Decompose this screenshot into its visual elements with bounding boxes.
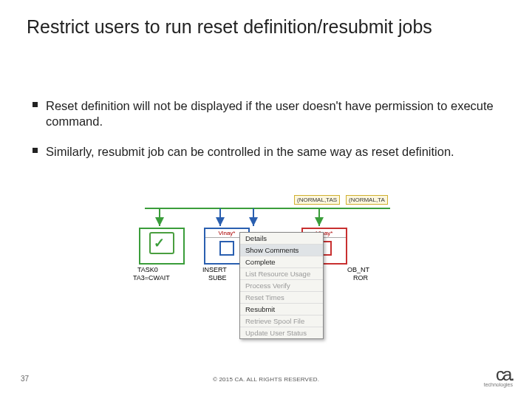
ca-logo: ca. technologies: [484, 364, 513, 387]
menu-item-details[interactable]: Details: [240, 233, 323, 245]
task-0-status: TA3=CWAIT: [133, 274, 170, 282]
task-node-0[interactable]: ✓: [139, 228, 185, 265]
menu-item-update-user-status: Update User Status: [240, 327, 323, 338]
bullet-1: Reset definition will not be displayed i…: [46, 98, 502, 129]
bullet-marker: [33, 102, 38, 107]
task-1-name: INSERT: [202, 266, 227, 273]
checkmark-icon: ✓: [149, 232, 174, 254]
bullet-2-text: Similarly, resubmit job can be controlle…: [46, 145, 454, 158]
bullet-2: Similarly, resubmit job can be controlle…: [46, 144, 502, 160]
copyright-text: © 2015 CA. ALL RIGHTS RESERVED.: [0, 376, 532, 383]
task-2-name: OB_NT: [347, 266, 369, 273]
menu-item-show-comments[interactable]: Show Comments: [240, 245, 323, 256]
context-menu: Details Show Comments Complete List Reso…: [239, 232, 324, 339]
bullet-1-text: Reset definition will not be displayed i…: [46, 99, 494, 128]
menu-item-list-resource-usage: List Resource Usage: [240, 268, 323, 280]
menu-item-complete[interactable]: Complete: [240, 256, 323, 268]
task-1-status: SUBE: [208, 274, 227, 282]
slide-title: Restrict users to run reset definition/r…: [27, 16, 432, 38]
status-tag-2: (NORMAL,TA: [346, 195, 388, 205]
logo-text: ca.: [496, 364, 513, 384]
task-2-status: ROR: [353, 274, 368, 282]
menu-item-process-verify: Process Verify: [240, 280, 323, 292]
menu-item-retrieve-spool-file: Retrieve Spool File: [240, 316, 323, 327]
bullet-marker: [33, 148, 38, 153]
menu-item-reset-times: Reset Times: [240, 292, 323, 304]
workflow-diagram: (NORMAL,TAS (NORMAL,TA ✓ TASK0 TA3=CWAIT…: [139, 200, 394, 340]
status-tag-1: (NORMAL,TAS: [294, 195, 340, 205]
task-0-name: TASK0: [137, 266, 158, 273]
menu-item-resubmit[interactable]: Resubmit: [240, 304, 323, 316]
logo-tagline: technologies: [484, 382, 513, 387]
status-square-icon: [219, 241, 234, 256]
